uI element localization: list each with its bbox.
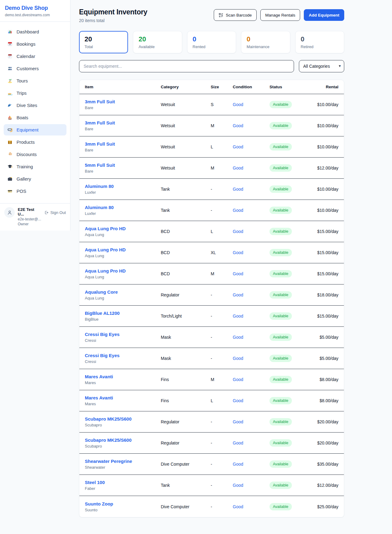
rental-cell: $10.00/day [313,144,338,149]
sidebar-item-tours[interactable]: Tours [4,75,66,86]
rental-cell: $5.00/day [313,335,338,340]
search-input[interactable] [79,60,294,72]
item-link[interactable]: Aluminum 80 [85,184,161,189]
sidebar-item-equipment[interactable]: Equipment [4,124,66,135]
stat-card-rented[interactable]: 0 Rented [187,31,236,53]
condition-link[interactable]: Good [233,398,270,403]
rental-cell: $8.00/day [313,398,338,403]
item-link[interactable]: Aluminum 80 [85,205,161,210]
status-cell: Available [270,439,313,447]
category-cell: Mask [161,335,211,340]
stat-card-maintenance[interactable]: 0 Maintenance [241,31,290,53]
item-link[interactable]: Scubapro MK25/S600 [85,416,161,421]
size-cell: - [211,314,233,318]
condition-link[interactable]: Good [233,377,270,382]
status-badge: Available [270,270,292,277]
stat-value: 0 [193,35,231,43]
sidebar-item-trips[interactable]: Trips [4,87,66,99]
category-cell: Wetsuit [161,123,211,128]
item-cell: 3mm Full Suit Bare [85,120,161,131]
item-link[interactable]: BigBlue AL1200 [85,311,161,316]
item-link[interactable]: Aqua Lung Pro HD [85,247,161,252]
item-link[interactable]: Mares Avanti [85,395,161,400]
table-row: Aqua Lung Pro HD Aqua Lung BCD M Good Av… [79,263,344,284]
stat-card-total[interactable]: 20 Total [79,31,128,53]
status-cell: Available [270,164,313,172]
scan-barcode-button[interactable]: Scan Barcode [214,9,257,21]
sidebar-item-label: Equipment [17,127,39,132]
condition-link[interactable]: Good [233,462,270,467]
sidebar-item-gallery[interactable]: Gallery [4,173,66,185]
manage-rentals-button[interactable]: Manage Rentals [260,9,300,21]
category-cell: Fins [161,377,211,382]
sidebar-item-calendar[interactable]: Calendar [4,51,66,62]
item-link[interactable]: Mares Avanti [85,374,161,379]
status-cell: Available [270,185,313,193]
condition-link[interactable]: Good [233,144,270,149]
item-link[interactable]: Scubapro MK25/S600 [85,437,161,443]
item-link[interactable]: 3mm Full Suit [85,120,161,125]
item-brand: Bare [85,148,161,152]
sidebar-item-products[interactable]: Products [4,136,66,148]
item-link[interactable]: Cressi Big Eyes [85,353,161,358]
condition-link[interactable]: Good [233,292,270,297]
rental-cell: $15.00/day [313,229,338,234]
item-link[interactable]: 3mm Full Suit [85,141,161,147]
status-badge: Available [270,101,292,108]
status-cell: Available [270,143,313,151]
brand-link[interactable]: Demo Dive Shop [5,5,65,11]
sign-out-button[interactable]: Sign Out [44,210,66,215]
sidebar-item-training[interactable]: Training [4,161,66,172]
condition-link[interactable]: Good [233,187,270,192]
item-brand: Luxfer [85,190,161,195]
item-link[interactable]: 5mm Full Suit [85,162,161,168]
condition-link[interactable]: Good [233,314,270,318]
rental-cell: $15.00/day [313,271,338,276]
condition-link[interactable]: Good [233,271,270,276]
condition-link[interactable]: Good [233,335,270,340]
rental-cell: $35.00/day [313,462,338,467]
sidebar-item-bookings[interactable]: 17 Bookings [4,38,66,50]
sidebar-item-pos[interactable]: POS [4,185,66,197]
header-actions: Scan Barcode Manage Rentals Add Equipmen… [214,8,344,21]
condition-link[interactable]: Good [233,208,270,213]
condition-link[interactable]: Good [233,419,270,424]
item-link[interactable]: Aqua Lung Pro HD [85,268,161,273]
item-link[interactable]: Aqualung Core [85,289,161,295]
item-link[interactable]: Steel 100 [85,480,161,485]
rental-cell: $12.00/day [313,166,338,170]
sidebar-item-dive-sites[interactable]: Dive Sites [4,100,66,111]
item-link[interactable]: Shearwater Peregrine [85,459,161,464]
status-cell: Available [270,334,313,341]
item-link[interactable]: Aqua Lung Pro HD [85,226,161,231]
category-cell: Fins [161,398,211,403]
condition-link[interactable]: Good [233,441,270,445]
sidebar-nav: Dashboard 17 Bookings Calendar Customers… [0,22,70,203]
item-link[interactable]: Cressi Big Eyes [85,332,161,337]
table-row: Aqua Lung Pro HD Aqua Lung BCD L Good Av… [79,221,344,242]
item-link[interactable]: 3mm Full Suit [85,99,161,104]
condition-link[interactable]: Good [233,483,270,488]
category-select[interactable]: All Categories [299,60,344,72]
user-role: Owner [18,222,41,226]
sidebar-item-dashboard[interactable]: Dashboard [4,26,66,37]
sidebar-item-boats[interactable]: Boats [4,112,66,123]
sidebar-item-customers[interactable]: Customers [4,63,66,74]
condition-link[interactable]: Good [233,123,270,128]
category-cell: Torch/Light [161,314,211,318]
stat-card-retired[interactable]: 0 Retired [295,31,344,53]
item-link[interactable]: Suunto Zoop [85,501,161,506]
add-equipment-button[interactable]: Add Equipment [304,9,344,21]
size-cell: L [211,398,233,403]
condition-link[interactable]: Good [233,229,270,234]
condition-link[interactable]: Good [233,504,270,509]
condition-link[interactable]: Good [233,356,270,361]
page-title: Equipment Inventory [79,8,147,16]
stat-card-available[interactable]: 20 Available [133,31,182,53]
category-cell: Tank [161,483,211,488]
status-badge: Available [270,185,292,193]
sidebar-item-discounts[interactable]: Discounts [4,149,66,160]
condition-link[interactable]: Good [233,102,270,107]
condition-link[interactable]: Good [233,250,270,255]
condition-link[interactable]: Good [233,166,270,170]
